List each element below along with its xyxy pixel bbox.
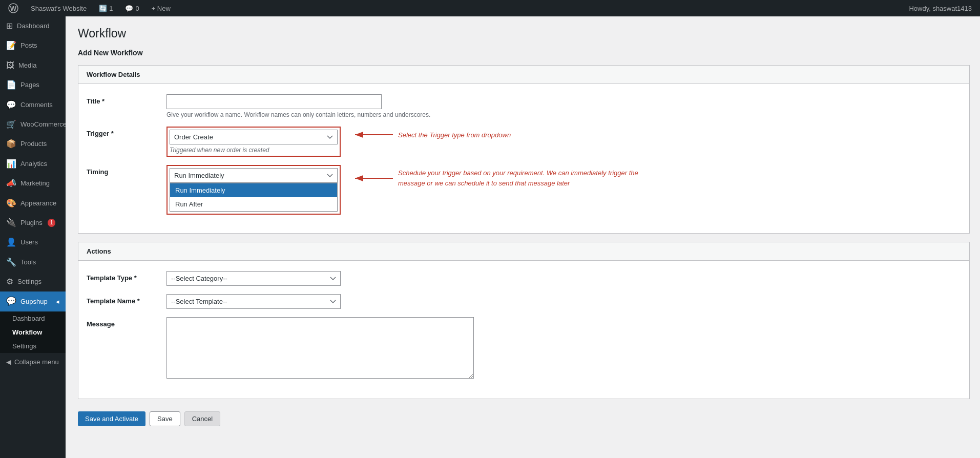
sidebar-item-pages[interactable]: 📄 Pages	[0, 75, 66, 95]
site-name: Shaswat's Website	[31, 5, 87, 12]
sidebar-label-gupshup: Gupshup	[20, 297, 48, 306]
template-name-label: Template Name *	[87, 294, 158, 305]
plugins-icon: 🔌	[6, 217, 16, 228]
updates-item[interactable]: 🔄 1	[95, 5, 117, 12]
marketing-icon: 📣	[6, 178, 16, 189]
media-icon: 🖼	[6, 60, 14, 71]
sidebar-label-analytics: Analytics	[20, 159, 47, 169]
products-icon: 📦	[6, 138, 16, 150]
sidebar-item-media[interactable]: 🖼 Media	[0, 56, 66, 75]
comments-icon: 💬	[6, 99, 16, 111]
sidebar-label-pages: Pages	[20, 80, 39, 90]
sidebar-label-appearance: Appearance	[20, 199, 56, 208]
dashboard-icon: ⊞	[6, 20, 13, 32]
sidebar-label-plugins: Plugins	[20, 218, 43, 227]
save-button[interactable]: Save	[150, 411, 180, 426]
sidebar-item-comments[interactable]: 💬 Comments	[0, 95, 66, 115]
admin-bar: W Shaswat's Website 🔄 1 💬 0 + New Howdy,…	[0, 0, 980, 16]
new-label: + New	[152, 5, 171, 12]
template-name-field: --Select Template--	[166, 294, 474, 309]
timing-label: Timing	[87, 165, 158, 176]
sidebar-label-media: Media	[18, 61, 36, 70]
sidebar-label-products: Products	[20, 139, 47, 149]
button-row: Save and Activate Save Cancel	[78, 407, 970, 430]
comments-item[interactable]: 💬 0	[121, 5, 143, 12]
template-name-row: Template Name * --Select Template--	[87, 294, 961, 309]
new-item[interactable]: + New	[148, 5, 175, 12]
gupshup-chevron: ◂	[56, 297, 59, 306]
workflow-details-body: Title * Give your workflow a name. Workf…	[78, 84, 969, 233]
trigger-select[interactable]: Order Create Order Update Order Complete…	[170, 130, 338, 144]
sidebar-item-plugins[interactable]: 🔌 Plugins 1	[0, 213, 66, 233]
timing-row: Timing Run Immediately Run After Run Im	[87, 165, 961, 215]
timing-select[interactable]: Run Immediately Run After	[170, 168, 338, 183]
trigger-label: Trigger *	[87, 127, 158, 137]
page-title: Workflow	[78, 27, 970, 40]
main-content: Workflow Add New Workflow Workflow Detai…	[66, 16, 980, 458]
analytics-icon: 📊	[6, 158, 16, 170]
svg-text:W: W	[10, 5, 17, 12]
sidebar-label-dashboard: Dashboard	[17, 22, 50, 31]
gs-workflow-label: Workflow	[12, 328, 42, 336]
sidebar-item-tools[interactable]: 🔧 Tools	[0, 253, 66, 272]
trigger-annotation-container: Select the Trigger type from dropdown	[353, 127, 511, 140]
sidebar-item-users[interactable]: 👤 Users	[0, 233, 66, 252]
collapse-label: Collapse menu	[14, 358, 59, 366]
template-name-select[interactable]: --Select Template--	[166, 294, 341, 309]
trigger-row: Trigger * Order Create Order Update Orde…	[87, 127, 961, 157]
settings-icon: ⚙	[6, 276, 13, 287]
collapse-menu[interactable]: ◀ Collapse menu	[0, 353, 66, 371]
timing-arrow	[353, 173, 394, 183]
timing-annotation-container: Schedule your trigger based on your requ…	[353, 165, 654, 188]
submenu-item-gs-settings[interactable]: Settings	[0, 339, 66, 353]
posts-icon: 📝	[6, 40, 16, 51]
trigger-field: Order Create Order Update Order Complete…	[170, 130, 338, 154]
collapse-icon: ◀	[6, 358, 11, 366]
message-row: Message	[87, 317, 961, 380]
submenu-item-gs-workflow[interactable]: Workflow	[0, 325, 66, 339]
sidebar-label-marketing: Marketing	[20, 179, 50, 188]
sidebar-label-settings: Settings	[17, 277, 41, 286]
tools-icon: 🔧	[6, 257, 16, 268]
submenu-item-gs-dashboard[interactable]: Dashboard	[0, 311, 66, 325]
trigger-description: Triggered when new order is created	[170, 147, 338, 154]
page-subtitle: Add New Workflow	[78, 49, 970, 57]
template-type-select[interactable]: --Select Category--	[166, 271, 341, 286]
sidebar-label-tools: Tools	[20, 258, 36, 267]
cancel-button[interactable]: Cancel	[184, 411, 220, 426]
actions-card: Actions Template Type * --Select Categor…	[78, 242, 970, 399]
wp-logo-item[interactable]: W	[4, 3, 23, 13]
title-help: Give your workflow a name. Workflow name…	[166, 111, 474, 118]
sidebar-item-woocommerce[interactable]: 🛒 WooCommerce	[0, 115, 66, 134]
sidebar-item-analytics[interactable]: 📊 Analytics	[0, 154, 66, 174]
timing-option-run-immediately[interactable]: Run Immediately	[170, 183, 337, 197]
sidebar-item-posts[interactable]: 📝 Posts	[0, 36, 66, 55]
save-activate-button[interactable]: Save and Activate	[78, 411, 145, 426]
gs-dashboard-label: Dashboard	[12, 315, 45, 322]
sidebar-menu: ⊞ Dashboard 📝 Posts 🖼 Media 📄 Pages 💬 Co…	[0, 16, 66, 311]
message-textarea[interactable]	[166, 317, 474, 379]
title-input[interactable]	[166, 94, 382, 109]
trigger-arrow	[353, 130, 394, 140]
plugins-badge: 1	[48, 219, 56, 227]
message-field	[166, 317, 474, 380]
actions-header: Actions	[78, 242, 969, 261]
timing-option-run-after[interactable]: Run After	[170, 197, 337, 211]
actions-body: Template Type * --Select Category-- Temp…	[78, 261, 969, 399]
woocommerce-icon: 🛒	[6, 119, 16, 130]
sidebar-item-dashboard[interactable]: ⊞ Dashboard	[0, 16, 66, 36]
sidebar-item-products[interactable]: 📦 Products	[0, 134, 66, 154]
sidebar-item-settings[interactable]: ⚙ Settings	[0, 272, 66, 292]
message-label: Message	[87, 317, 158, 328]
updates-count: 1	[109, 5, 113, 12]
site-name-item[interactable]: Shaswat's Website	[27, 5, 91, 12]
sidebar-label-comments: Comments	[20, 100, 53, 110]
workflow-details-header: Workflow Details	[78, 66, 969, 84]
sidebar: ⊞ Dashboard 📝 Posts 🖼 Media 📄 Pages 💬 Co…	[0, 16, 66, 458]
sidebar-item-appearance[interactable]: 🎨 Appearance	[0, 194, 66, 213]
sidebar-item-marketing[interactable]: 📣 Marketing	[0, 174, 66, 193]
sidebar-item-gupshup[interactable]: 💬 Gupshup ◂	[0, 292, 66, 311]
template-type-row: Template Type * --Select Category--	[87, 271, 961, 286]
timing-annotation-text: Schedule your trigger based on your requ…	[398, 168, 654, 188]
gupshup-icon: 💬	[6, 296, 16, 307]
